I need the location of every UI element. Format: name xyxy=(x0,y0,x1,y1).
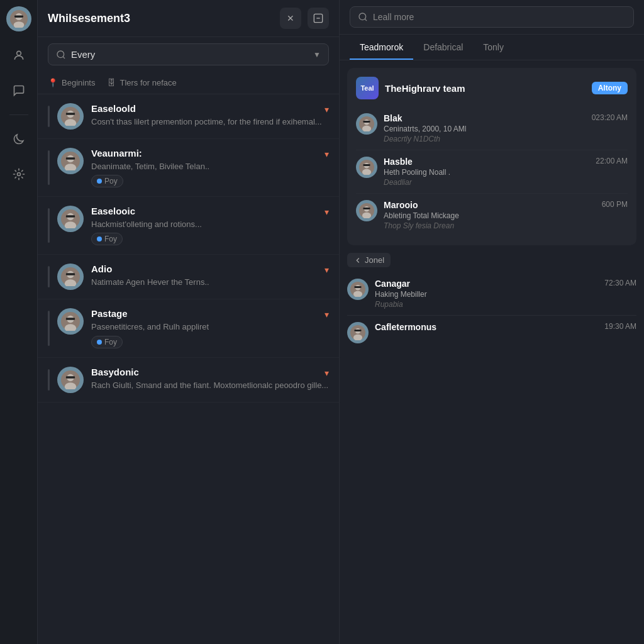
filter-icon-1: 🗄 xyxy=(108,78,116,87)
svg-rect-36 xyxy=(363,121,370,123)
conv-item-6[interactable]: Basydonic Rach Giulti, Smand and the fia… xyxy=(38,358,339,402)
msg-name-canagar: Canagar xyxy=(375,279,410,289)
msg-item-blak[interactable]: Blak 023:20 AM Ceninatrts, 2000, 10 AMl … xyxy=(356,107,628,150)
conv-tag-3: Foy xyxy=(91,233,123,245)
right-search-input[interactable] xyxy=(373,12,626,22)
msg-name-hasble: Hasble xyxy=(384,157,413,167)
msg-text-marooio: Thop Sly fesia Drean xyxy=(384,221,628,230)
filter-icon-0: 📍 xyxy=(48,78,58,87)
sidebar xyxy=(0,0,38,644)
team-badge[interactable]: Altony xyxy=(592,82,628,94)
left-bar-3 xyxy=(48,208,50,243)
sidebar-item-layers[interactable] xyxy=(8,163,30,186)
tab-defabrical[interactable]: Defabrical xyxy=(413,35,473,60)
msg-name-marooio: Marooio xyxy=(384,200,418,210)
msg-sub-marooio: Ableting Total Mickage xyxy=(384,211,628,220)
conv-arrow-4: ▾ xyxy=(325,265,329,275)
msg-avatar-canagar xyxy=(347,279,369,300)
tag-dot-3 xyxy=(97,236,102,242)
conv-preview-3: Hackmist'olleting and rotions... xyxy=(91,219,329,230)
right-content: Teal TheHighrarv team Altony Blak xyxy=(340,60,644,644)
conv-item-1[interactable]: Easeloold Cosn't thas lilert premention … xyxy=(38,94,339,139)
msg-content-cafletermonus: Cafletermonus 19:30 AM xyxy=(375,322,636,343)
tag-label-2: Poy xyxy=(104,177,118,186)
left-bar-5 xyxy=(48,311,50,345)
conv-arrow-2: ▾ xyxy=(325,149,329,159)
tag-label-3: Foy xyxy=(104,235,117,243)
msg-avatar-marooio xyxy=(356,200,377,221)
conv-item-3[interactable]: Easelooic Hackmist'olleting and rotions.… xyxy=(38,197,339,255)
conv-item-5[interactable]: Pastage Pasenetiticres, and Rulh applire… xyxy=(38,299,339,357)
svg-rect-44 xyxy=(363,208,370,209)
conv-avatar-5 xyxy=(57,308,84,335)
back-button[interactable]: Jonel xyxy=(347,253,391,267)
tab-teadmorok[interactable]: Teadmorok xyxy=(350,35,413,60)
msg-time-marooio: 600 PM xyxy=(602,200,628,210)
svg-point-5 xyxy=(17,173,20,176)
msg-text-canagar: Rupabia xyxy=(375,300,636,309)
tag-label-5: Foy xyxy=(104,338,117,347)
filter-tab-beginints[interactable]: 📍 Beginints xyxy=(48,75,95,90)
conv-content-4: Adio Natimate Agen Hever the Terns.. xyxy=(91,264,329,290)
conv-preview-2: Deanimate, Tetim, Bivilee Telan.. xyxy=(91,161,329,172)
sidebar-item-chat[interactable] xyxy=(8,79,30,102)
svg-rect-15 xyxy=(66,157,75,160)
team-card-header: Teal TheHighrarv team Altony xyxy=(356,77,628,99)
search-input[interactable] xyxy=(71,49,308,60)
close-button[interactable]: ✕ xyxy=(280,8,301,29)
user-avatar[interactable] xyxy=(6,6,31,31)
conv-content-2: Veaunarmi: Deanimate, Tetim, Bivilee Tel… xyxy=(91,148,329,187)
conv-avatar-3 xyxy=(57,206,84,232)
conv-tag-5: Foy xyxy=(91,336,123,348)
conv-arrow-6: ▾ xyxy=(325,368,329,378)
conv-content-5: Pastage Pasenetiticres, and Rulh applire… xyxy=(91,308,329,348)
sidebar-divider xyxy=(9,114,28,115)
conv-arrow-5: ▾ xyxy=(325,309,329,319)
tag-dot-2 xyxy=(97,179,102,184)
msg-item-cafletermonus[interactable]: Cafletermonus 19:30 AM xyxy=(347,316,636,350)
filter-tab-neface[interactable]: 🗄 Tlers for neface xyxy=(108,75,176,90)
team-logo: Teal xyxy=(356,77,379,99)
sidebar-item-person[interactable] xyxy=(8,44,30,67)
search-icon xyxy=(56,50,66,60)
msg-item-hasble[interactable]: Hasble 22:00 AM Heth Pooling Noall . Dea… xyxy=(356,150,628,194)
msg-text-blak: Deacrtly N1DCth xyxy=(384,135,628,143)
msg-time-cafletermonus: 19:30 AM xyxy=(604,322,636,332)
conv-arrow-1: ▾ xyxy=(325,104,329,114)
conv-item-4[interactable]: Adio Natimate Agen Hever the Terns.. ▾ xyxy=(38,255,339,299)
right-panel: Teadmorok Defabrical Tonly Teal TheHighr… xyxy=(340,0,644,644)
msg-avatar-cafletermonus xyxy=(347,322,369,343)
svg-rect-52 xyxy=(354,330,361,331)
right-search-bar[interactable] xyxy=(350,6,634,28)
minimize-button[interactable] xyxy=(308,8,329,29)
filter-label-0: Beginints xyxy=(62,78,95,87)
msg-name-cafletermonus: Cafletermonus xyxy=(375,322,436,332)
msg-item-marooio[interactable]: Marooio 600 PM Ableting Total Mickage Th… xyxy=(356,194,628,236)
conv-tag-2: Poy xyxy=(91,175,123,187)
search-container: ▼ xyxy=(38,37,339,72)
conv-preview-1: Cosn't thas lilert premention poctime, f… xyxy=(91,116,329,128)
msg-content-hasble: Hasble 22:00 AM Heth Pooling Noall . Dea… xyxy=(384,157,628,187)
msg-content-blak: Blak 023:20 AM Ceninatrts, 2000, 10 AMl … xyxy=(384,113,628,143)
conv-name-1: Easeloold xyxy=(91,103,329,114)
msg-header-cafletermonus: Cafletermonus 19:30 AM xyxy=(375,322,636,332)
direct-section-label: Jonel xyxy=(347,253,636,267)
middle-header: Whilsesement3 ✕ xyxy=(38,0,339,37)
msg-header-canagar: Canagar 72:30 AM xyxy=(375,279,636,289)
svg-rect-11 xyxy=(66,113,75,115)
msg-time-blak: 023:20 AM xyxy=(592,113,628,123)
conv-avatar-6 xyxy=(57,367,84,393)
msg-time-canagar: 72:30 AM xyxy=(604,279,636,289)
msg-header-hasble: Hasble 22:00 AM xyxy=(384,157,628,167)
svg-rect-23 xyxy=(66,274,75,276)
msg-item-canagar[interactable]: Canagar 72:30 AM Haking Mebiller Rupabia xyxy=(347,272,636,316)
tab-tonly[interactable]: Tonly xyxy=(473,35,514,60)
msg-header-marooio: Marooio 600 PM xyxy=(384,200,628,210)
search-bar[interactable]: ▼ xyxy=(48,43,329,65)
svg-rect-19 xyxy=(66,215,75,218)
msg-content-marooio: Marooio 600 PM Ableting Total Mickage Th… xyxy=(384,200,628,230)
conv-item-2[interactable]: Veaunarmi: Deanimate, Tetim, Bivilee Tel… xyxy=(38,139,339,197)
conv-preview-6: Rach Giulti, Smand and the fiant. Moxtom… xyxy=(91,380,329,391)
msg-sub-hasble: Heth Pooling Noall . xyxy=(384,168,628,177)
sidebar-item-puzzle[interactable] xyxy=(8,128,30,150)
